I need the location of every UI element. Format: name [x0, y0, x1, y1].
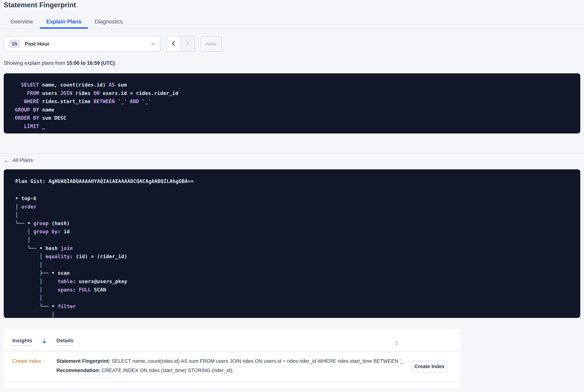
sql-code: SELECT name, count(rides.id) AS sum FROM…	[15, 81, 575, 130]
insights-table-header: Insights Details	[4, 329, 460, 351]
sort-icon-details[interactable]	[395, 340, 398, 346]
now-button[interactable]: Now	[201, 36, 222, 52]
sort-desc-icon	[43, 341, 46, 344]
chevron-left-icon	[171, 40, 176, 48]
insights-header-label: Insights	[12, 338, 32, 346]
table-row: Create Index Statement Fingerprint: SELE…	[4, 351, 460, 382]
all-plans-link[interactable]: ← All Plans	[4, 157, 33, 164]
sort-desc-icon	[395, 344, 398, 346]
details-header-label: Details	[56, 338, 73, 346]
time-range-value: 15:00 to 16:59 (UTC)	[67, 60, 115, 66]
sort-icon-insights[interactable]	[43, 338, 46, 346]
all-plans-label: All Plans	[13, 157, 33, 164]
time-range-badge: 1h	[9, 40, 20, 48]
showing-range-text: Showing explain plans from 15:00 to 16:5…	[4, 60, 580, 66]
details-column-header[interactable]: Details	[56, 338, 460, 346]
tab-overview[interactable]: Overview	[4, 18, 40, 29]
chevron-right-icon	[185, 40, 190, 48]
time-toolbar: 1h Past Hour Now	[4, 36, 580, 52]
time-pager	[166, 36, 195, 52]
chevron-down-icon	[150, 42, 155, 46]
plan-gist-panel: Plan Gist: AgHUAQIABQAAAAHYAQIAiAEAAAADC…	[4, 170, 580, 318]
time-range-label: Past Hour	[25, 41, 49, 47]
insights-column-header[interactable]: Insights	[12, 338, 56, 346]
sql-statement-panel: SELECT name, count(rides.id) AS sum FROM…	[4, 73, 580, 134]
arrow-left-icon: ←	[4, 157, 10, 164]
tab-diagnostics[interactable]: Diagnostics	[88, 18, 129, 29]
sort-asc-icon	[395, 340, 398, 343]
insights-table: Insights Details Create Index Statement	[4, 329, 460, 388]
sort-asc-icon	[43, 338, 46, 340]
create-index-link[interactable]: Create Index	[12, 358, 41, 364]
tab-bar: Overview Explain Plans Diagnostics	[0, 18, 584, 29]
statement-fingerprint-detail: Statement Fingerprint: SELECT name, coun…	[56, 358, 404, 364]
prev-time-button[interactable]	[167, 36, 180, 51]
plan-gist-text: Plan Gist: AgHUAQIABQAAAAHYAQIAiAEAAAADC…	[15, 177, 575, 186]
next-time-button[interactable]	[180, 36, 194, 51]
create-index-button[interactable]: Create Index	[412, 361, 447, 372]
time-range-dropdown[interactable]: 1h Past Hour	[4, 36, 160, 52]
recommendation-detail: Recommendation: CREATE INDEX ON rides (s…	[56, 367, 404, 374]
page-title: Statement Fingerprint	[0, 0, 584, 9]
plan-tree: • top-k│ order│└── • group (hash) │ grou…	[15, 194, 575, 318]
tab-explain-plans[interactable]: Explain Plans	[40, 18, 88, 29]
